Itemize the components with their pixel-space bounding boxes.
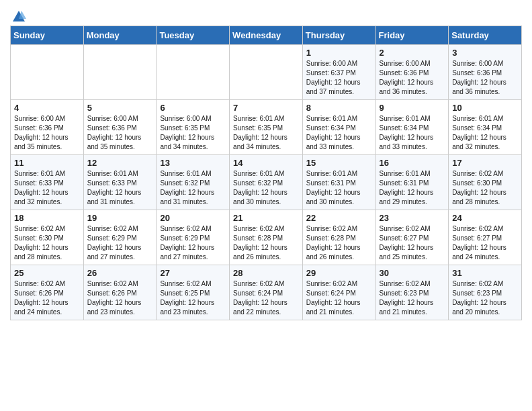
calendar-cell bbox=[157, 45, 230, 100]
day-number: 22 bbox=[306, 213, 372, 223]
calendar-cell: 28Sunrise: 6:02 AM Sunset: 6:24 PM Dayli… bbox=[230, 265, 303, 320]
day-number: 2 bbox=[380, 48, 445, 58]
calendar-header: SundayMondayTuesdayWednesdayThursdayFrid… bbox=[11, 26, 522, 45]
calendar-cell: 22Sunrise: 6:02 AM Sunset: 6:28 PM Dayli… bbox=[302, 210, 375, 265]
day-number: 18 bbox=[14, 213, 80, 223]
day-info: Sunrise: 6:00 AM Sunset: 6:36 PM Dayligh… bbox=[380, 59, 445, 97]
day-info: Sunrise: 6:02 AM Sunset: 6:24 PM Dayligh… bbox=[306, 279, 372, 317]
calendar-cell bbox=[11, 45, 84, 100]
weekday-header-saturday: Saturday bbox=[449, 26, 522, 45]
calendar-cell: 27Sunrise: 6:02 AM Sunset: 6:25 PM Dayli… bbox=[157, 265, 230, 320]
calendar-cell: 4Sunrise: 6:00 AM Sunset: 6:36 PM Daylig… bbox=[11, 100, 84, 155]
calendar-cell: 21Sunrise: 6:02 AM Sunset: 6:28 PM Dayli… bbox=[230, 210, 303, 265]
calendar-cell: 23Sunrise: 6:02 AM Sunset: 6:27 PM Dayli… bbox=[375, 210, 449, 265]
logo-icon bbox=[11, 9, 26, 24]
calendar-cell: 10Sunrise: 6:01 AM Sunset: 6:34 PM Dayli… bbox=[449, 100, 522, 155]
day-number: 21 bbox=[233, 213, 299, 223]
calendar-cell: 2Sunrise: 6:00 AM Sunset: 6:36 PM Daylig… bbox=[375, 45, 449, 100]
day-info: Sunrise: 6:01 AM Sunset: 6:35 PM Dayligh… bbox=[233, 114, 299, 152]
day-info: Sunrise: 6:02 AM Sunset: 6:23 PM Dayligh… bbox=[452, 279, 518, 317]
calendar-cell: 14Sunrise: 6:01 AM Sunset: 6:32 PM Dayli… bbox=[230, 155, 303, 210]
calendar-cell: 18Sunrise: 6:02 AM Sunset: 6:30 PM Dayli… bbox=[11, 210, 84, 265]
day-info: Sunrise: 6:00 AM Sunset: 6:36 PM Dayligh… bbox=[14, 114, 80, 152]
day-info: Sunrise: 6:02 AM Sunset: 6:24 PM Dayligh… bbox=[233, 279, 299, 317]
day-number: 6 bbox=[160, 103, 226, 113]
day-number: 25 bbox=[14, 268, 80, 278]
calendar-cell: 3Sunrise: 6:00 AM Sunset: 6:36 PM Daylig… bbox=[449, 45, 522, 100]
day-number: 19 bbox=[87, 213, 153, 223]
day-number: 26 bbox=[87, 268, 153, 278]
day-info: Sunrise: 6:01 AM Sunset: 6:32 PM Dayligh… bbox=[160, 169, 226, 207]
day-info: Sunrise: 6:02 AM Sunset: 6:25 PM Dayligh… bbox=[160, 279, 226, 317]
calendar-table: SundayMondayTuesdayWednesdayThursdayFrid… bbox=[10, 26, 522, 320]
day-number: 14 bbox=[233, 158, 299, 168]
weekday-header-friday: Friday bbox=[375, 26, 449, 45]
day-number: 3 bbox=[452, 48, 518, 58]
day-number: 4 bbox=[14, 103, 80, 113]
weekday-header-tuesday: Tuesday bbox=[157, 26, 230, 45]
calendar-cell: 1Sunrise: 6:00 AM Sunset: 6:37 PM Daylig… bbox=[302, 45, 375, 100]
weekday-header-monday: Monday bbox=[83, 26, 157, 45]
calendar-cell: 11Sunrise: 6:01 AM Sunset: 6:33 PM Dayli… bbox=[11, 155, 84, 210]
day-number: 7 bbox=[233, 103, 299, 113]
day-info: Sunrise: 6:02 AM Sunset: 6:27 PM Dayligh… bbox=[452, 224, 518, 262]
day-info: Sunrise: 6:02 AM Sunset: 6:29 PM Dayligh… bbox=[87, 224, 153, 262]
calendar-cell: 26Sunrise: 6:02 AM Sunset: 6:26 PM Dayli… bbox=[83, 265, 157, 320]
day-info: Sunrise: 6:02 AM Sunset: 6:26 PM Dayligh… bbox=[87, 279, 153, 317]
calendar-cell: 16Sunrise: 6:01 AM Sunset: 6:31 PM Dayli… bbox=[375, 155, 449, 210]
calendar-cell: 7Sunrise: 6:01 AM Sunset: 6:35 PM Daylig… bbox=[230, 100, 303, 155]
day-info: Sunrise: 6:02 AM Sunset: 6:28 PM Dayligh… bbox=[233, 224, 299, 262]
day-info: Sunrise: 6:01 AM Sunset: 6:32 PM Dayligh… bbox=[233, 169, 299, 207]
calendar-cell: 17Sunrise: 6:02 AM Sunset: 6:30 PM Dayli… bbox=[449, 155, 522, 210]
day-number: 15 bbox=[306, 158, 372, 168]
day-info: Sunrise: 6:01 AM Sunset: 6:31 PM Dayligh… bbox=[380, 169, 445, 207]
weekday-header-thursday: Thursday bbox=[302, 26, 375, 45]
calendar-cell: 5Sunrise: 6:00 AM Sunset: 6:36 PM Daylig… bbox=[83, 100, 157, 155]
day-info: Sunrise: 6:02 AM Sunset: 6:27 PM Dayligh… bbox=[380, 224, 445, 262]
day-info: Sunrise: 6:01 AM Sunset: 6:33 PM Dayligh… bbox=[14, 169, 80, 207]
day-info: Sunrise: 6:02 AM Sunset: 6:28 PM Dayligh… bbox=[306, 224, 372, 262]
weekday-header-sunday: Sunday bbox=[11, 26, 84, 45]
day-number: 24 bbox=[452, 213, 518, 223]
calendar-cell bbox=[230, 45, 303, 100]
calendar-cell: 8Sunrise: 6:01 AM Sunset: 6:34 PM Daylig… bbox=[302, 100, 375, 155]
day-info: Sunrise: 6:01 AM Sunset: 6:31 PM Dayligh… bbox=[306, 169, 372, 207]
day-number: 10 bbox=[452, 103, 518, 113]
day-info: Sunrise: 6:02 AM Sunset: 6:26 PM Dayligh… bbox=[14, 279, 80, 317]
day-number: 9 bbox=[380, 103, 445, 113]
day-info: Sunrise: 6:02 AM Sunset: 6:23 PM Dayligh… bbox=[380, 279, 445, 317]
calendar-cell: 6Sunrise: 6:00 AM Sunset: 6:35 PM Daylig… bbox=[157, 100, 230, 155]
day-number: 13 bbox=[160, 158, 226, 168]
calendar-cell: 15Sunrise: 6:01 AM Sunset: 6:31 PM Dayli… bbox=[302, 155, 375, 210]
day-info: Sunrise: 6:02 AM Sunset: 6:30 PM Dayligh… bbox=[14, 224, 80, 262]
day-number: 28 bbox=[233, 268, 299, 278]
calendar-cell: 20Sunrise: 6:02 AM Sunset: 6:29 PM Dayli… bbox=[157, 210, 230, 265]
day-number: 1 bbox=[306, 48, 372, 58]
day-number: 8 bbox=[306, 103, 372, 113]
calendar-cell: 29Sunrise: 6:02 AM Sunset: 6:24 PM Dayli… bbox=[302, 265, 375, 320]
calendar-cell bbox=[83, 45, 157, 100]
calendar-cell: 19Sunrise: 6:02 AM Sunset: 6:29 PM Dayli… bbox=[83, 210, 157, 265]
weekday-header-wednesday: Wednesday bbox=[230, 26, 303, 45]
page-header bbox=[10, 7, 522, 21]
calendar-cell: 25Sunrise: 6:02 AM Sunset: 6:26 PM Dayli… bbox=[11, 265, 84, 320]
day-info: Sunrise: 6:01 AM Sunset: 6:34 PM Dayligh… bbox=[380, 114, 445, 152]
day-info: Sunrise: 6:00 AM Sunset: 6:36 PM Dayligh… bbox=[87, 114, 153, 152]
day-number: 16 bbox=[380, 158, 445, 168]
day-info: Sunrise: 6:02 AM Sunset: 6:29 PM Dayligh… bbox=[160, 224, 226, 262]
day-number: 29 bbox=[306, 268, 372, 278]
day-number: 23 bbox=[380, 213, 445, 223]
day-number: 30 bbox=[380, 268, 445, 278]
day-number: 17 bbox=[452, 158, 518, 168]
calendar-cell: 13Sunrise: 6:01 AM Sunset: 6:32 PM Dayli… bbox=[157, 155, 230, 210]
calendar-cell: 30Sunrise: 6:02 AM Sunset: 6:23 PM Dayli… bbox=[375, 265, 449, 320]
day-number: 12 bbox=[87, 158, 153, 168]
day-info: Sunrise: 6:00 AM Sunset: 6:35 PM Dayligh… bbox=[160, 114, 226, 152]
day-number: 31 bbox=[452, 268, 518, 278]
day-info: Sunrise: 6:01 AM Sunset: 6:34 PM Dayligh… bbox=[306, 114, 372, 152]
day-info: Sunrise: 6:01 AM Sunset: 6:34 PM Dayligh… bbox=[452, 114, 518, 152]
day-number: 11 bbox=[14, 158, 80, 168]
calendar-cell: 31Sunrise: 6:02 AM Sunset: 6:23 PM Dayli… bbox=[449, 265, 522, 320]
day-info: Sunrise: 6:01 AM Sunset: 6:33 PM Dayligh… bbox=[87, 169, 153, 207]
logo bbox=[10, 9, 26, 21]
